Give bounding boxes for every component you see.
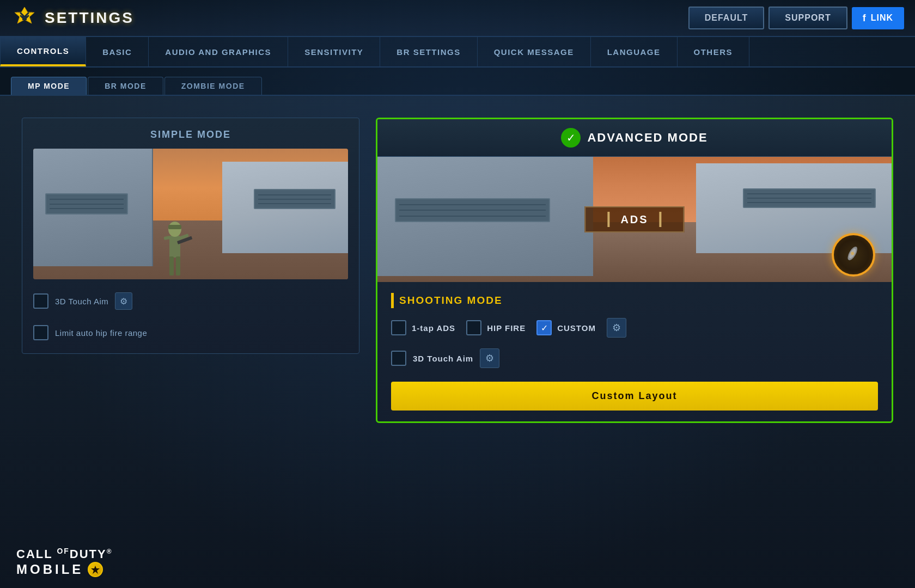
settings-logo-icon (11, 4, 38, 32)
tab-quick-message[interactable]: QUICK MESSAGE (478, 37, 591, 66)
simple-mode-title: SIMPLE MODE (33, 129, 348, 140)
subtab-zombie-mode-label: ZOMBIE MODE (181, 82, 245, 90)
cod-mobile-text: MOBILE (16, 562, 83, 577)
svg-marker-0 (15, 7, 34, 23)
tab-sensitivity-label: SENSITIVITY (304, 47, 363, 57)
adv-vent-right (743, 188, 876, 208)
tab-basic-label: BASIC (102, 47, 132, 57)
adv-vent-left (395, 198, 550, 222)
shooting-mode-yellow-bar (391, 293, 394, 308)
subtab-mp-mode[interactable]: MP MODE (11, 77, 87, 95)
tab-controls[interactable]: CONTROLS (0, 37, 86, 66)
custom-layout-button[interactable]: Custom Layout (391, 382, 878, 411)
tab-audio-graphics-label: AUDIO AND GRAPHICS (165, 47, 271, 57)
top-bar: SETTINGS DEFAULT SUPPORT f LINK (0, 0, 915, 37)
gear-3d-touch-simple[interactable]: ⚙ (115, 292, 132, 310)
checkbox-custom[interactable]: ✓ (536, 320, 552, 335)
facebook-icon: f (863, 13, 867, 24)
default-button[interactable]: DEFAULT (688, 7, 765, 29)
checkbox-3d-touch-simple[interactable] (33, 293, 48, 309)
ads-sidebar-left (607, 212, 609, 227)
advanced-mode-panel: ✓ ADVANCED MODE (376, 118, 893, 423)
option-hip-fire: HIP FIRE (466, 320, 526, 335)
svg-rect-6 (169, 256, 174, 275)
weapon-circle (832, 233, 875, 277)
tab-sensitivity[interactable]: SENSITIVITY (288, 37, 380, 66)
cod-mobile-row: MOBILE (16, 562, 113, 577)
tab-others[interactable]: OTHERS (678, 37, 750, 66)
settings-title: SETTINGS (45, 9, 134, 27)
building-left (33, 149, 153, 266)
link-label: LINK (871, 13, 893, 23)
link-button[interactable]: f LINK (852, 7, 904, 29)
option-limit-hip-label: Limit auto hip fire range (55, 328, 147, 338)
building-right (222, 162, 348, 253)
shooting-mode-title: SHOOTING MODE (399, 295, 503, 307)
simple-mode-preview (33, 149, 348, 279)
top-right-buttons: DEFAULT SUPPORT f LINK (688, 7, 904, 29)
svg-rect-5 (168, 225, 181, 229)
shooting-options-row: 1-tap ADS HIP FIRE ✓ CUSTOM ⚙ (391, 318, 878, 338)
weapon-icon (838, 238, 869, 272)
svg-rect-3 (169, 236, 180, 258)
option-3d-touch-simple: 3D Touch Aim ⚙ (33, 290, 348, 312)
option-limit-hip: Limit auto hip fire range (33, 323, 348, 342)
gear-custom-settings[interactable]: ⚙ (607, 318, 626, 338)
subtab-br-mode-label: BR MODE (105, 82, 147, 90)
checkbox-3d-touch-advanced[interactable] (391, 351, 406, 366)
tab-others-label: OTHERS (694, 47, 733, 57)
svg-marker-14 (91, 566, 100, 574)
tab-audio-graphics[interactable]: AUDIO AND GRAPHICS (149, 37, 288, 66)
option-3d-touch-label-simple: 3D Touch Aim (55, 297, 108, 306)
tab-language[interactable]: LANGUAGE (591, 37, 678, 66)
subtab-br-mode[interactable]: BR MODE (88, 77, 163, 95)
vent-left (45, 193, 128, 215)
option-3d-touch-advanced: 3D Touch Aim ⚙ (391, 348, 878, 368)
cod-emblem (88, 562, 103, 577)
tab-quick-message-label: QUICK MESSAGE (494, 47, 574, 57)
tab-language-label: LANGUAGE (607, 47, 661, 57)
checkbox-hip-fire[interactable] (466, 320, 481, 335)
adv-building-left (377, 157, 593, 276)
checkbox-limit-hip[interactable] (33, 325, 48, 340)
tab-controls-label: CONTROLS (17, 46, 69, 56)
soldier (156, 209, 194, 279)
sub-tabs: MP MODE BR MODE ZOMBIE MODE (0, 68, 915, 96)
advanced-mode-title: ADVANCED MODE (587, 131, 707, 145)
svg-rect-7 (176, 256, 180, 275)
label-3d-touch-advanced: 3D Touch Aim (413, 354, 473, 363)
label-1tap-ads: 1-tap ADS (412, 323, 455, 333)
checkbox-1tap-ads[interactable] (391, 320, 406, 335)
label-custom: CUSTOM (557, 323, 596, 333)
tab-basic[interactable]: BASIC (86, 37, 149, 66)
option-custom: ✓ CUSTOM (536, 320, 596, 335)
cod-logo-text: CALL OFDUTY® MOBILE (16, 547, 113, 577)
gear-3d-touch-advanced[interactable]: ⚙ (480, 348, 499, 368)
subtab-zombie-mode[interactable]: ZOMBIE MODE (164, 77, 262, 95)
advanced-mode-header: ✓ ADVANCED MODE (377, 119, 892, 157)
label-hip-fire: HIP FIRE (487, 323, 526, 333)
simple-mode-panel: SIMPLE MODE (22, 118, 359, 354)
option-1tap-ads: 1-tap ADS (391, 320, 455, 335)
cod-title: CALL OFDUTY® (16, 547, 113, 560)
advanced-mode-preview: ADS (377, 157, 892, 282)
subtab-mp-mode-label: MP MODE (28, 82, 70, 90)
content-area: SIMPLE MODE (0, 96, 915, 588)
logo-area: SETTINGS (11, 4, 134, 32)
ads-text: ADS (620, 213, 648, 226)
shooting-mode-header: SHOOTING MODE (391, 293, 878, 308)
vent-right (254, 189, 335, 209)
support-button[interactable]: SUPPORT (768, 7, 847, 29)
advanced-content: SHOOTING MODE 1-tap ADS HIP FIRE ✓ CUSTO… (377, 282, 892, 421)
advanced-mode-check-icon: ✓ (561, 128, 581, 148)
tab-br-settings[interactable]: BR SETTINGS (380, 37, 477, 66)
tab-br-settings-label: BR SETTINGS (396, 47, 460, 57)
cod-logo: CALL OFDUTY® MOBILE (16, 547, 113, 577)
nav-tabs: CONTROLS BASIC AUDIO AND GRAPHICS SENSIT… (0, 37, 915, 68)
ads-sidebar-right (660, 212, 662, 227)
ads-label: ADS (584, 206, 684, 232)
